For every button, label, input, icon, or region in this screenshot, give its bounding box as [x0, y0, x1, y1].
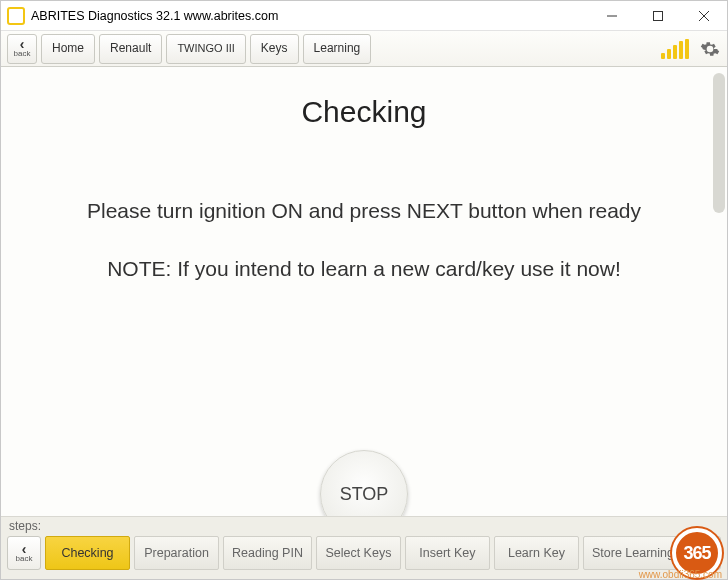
- settings-button[interactable]: [699, 38, 721, 60]
- content-area: Checking Please turn ignition ON and pre…: [1, 67, 727, 516]
- step-insert-key[interactable]: Insert Key: [405, 536, 490, 570]
- svg-rect-1: [654, 11, 663, 20]
- scrollbar-thumb[interactable]: [713, 73, 725, 213]
- crumb-home[interactable]: Home: [41, 34, 95, 64]
- titlebar: ABRITES Diagnostics 32.1 www.abrites.com: [1, 1, 727, 31]
- window-controls: [589, 1, 727, 30]
- stop-button[interactable]: STOP: [320, 450, 408, 516]
- steps-back-label: back: [16, 554, 33, 563]
- step-select-keys[interactable]: Select Keys: [316, 536, 401, 570]
- steps-back-button[interactable]: ‹ back: [7, 536, 41, 570]
- crumb-keys[interactable]: Keys: [250, 34, 299, 64]
- crumb-learning[interactable]: Learning: [303, 34, 372, 64]
- step-learn-key[interactable]: Learn Key: [494, 536, 579, 570]
- step-reading-pin[interactable]: Reading PIN: [223, 536, 312, 570]
- step-checking[interactable]: Checking: [45, 536, 130, 570]
- back-label: back: [14, 49, 31, 58]
- steps-bar: ‹ back Checking Preparation Reading PIN …: [1, 533, 727, 579]
- app-icon: [7, 7, 25, 25]
- steps-forward-button[interactable]: ›: [687, 536, 721, 570]
- stop-label: STOP: [340, 484, 389, 505]
- window-title: ABRITES Diagnostics 32.1 www.abrites.com: [31, 9, 278, 23]
- note-text: NOTE: If you intend to learn a new card/…: [107, 257, 621, 281]
- app-window: ABRITES Diagnostics 32.1 www.abrites.com…: [0, 0, 728, 580]
- instruction-text: Please turn ignition ON and press NEXT b…: [87, 199, 641, 223]
- maximize-button[interactable]: [635, 1, 681, 30]
- close-button[interactable]: [681, 1, 727, 30]
- crumb-renault[interactable]: Renault: [99, 34, 162, 64]
- page-title: Checking: [301, 95, 426, 129]
- gear-icon: [700, 39, 720, 59]
- steps-label: steps:: [1, 516, 727, 533]
- breadcrumb-toolbar: ‹ back Home Renault TWINGO III Keys Lear…: [1, 31, 727, 67]
- signal-icon: [661, 39, 689, 59]
- step-preparation[interactable]: Preparation: [134, 536, 219, 570]
- back-button[interactable]: ‹ back: [7, 34, 37, 64]
- vertical-scrollbar[interactable]: [713, 73, 725, 510]
- chevron-right-icon: ›: [702, 548, 707, 558]
- chevron-left-icon: ‹: [22, 544, 27, 554]
- crumb-twingo[interactable]: TWINGO III: [166, 34, 245, 64]
- minimize-button[interactable]: [589, 1, 635, 30]
- chevron-left-icon: ‹: [20, 39, 25, 49]
- step-store-learning[interactable]: Store Learning: [583, 536, 683, 570]
